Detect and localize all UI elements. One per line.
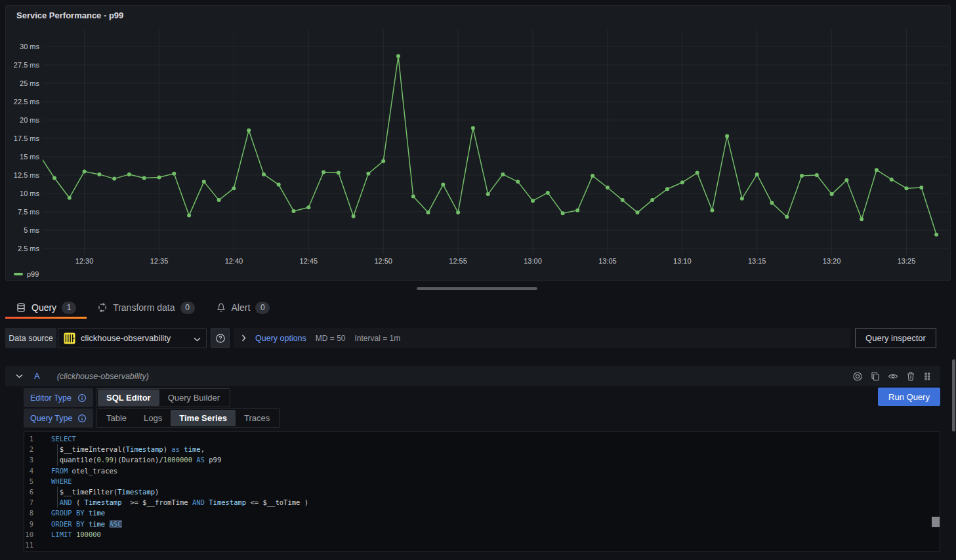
query-inspector-button[interactable]: Query inspector [855, 328, 936, 348]
data-source-picker[interactable]: clickhouse-observability [58, 328, 207, 348]
legend-series-swatch [14, 273, 23, 275]
x-axis-tick: 13:00 [524, 257, 542, 265]
query-type-label-box: Query Type [24, 409, 93, 428]
duplicate-query-icon[interactable] [870, 371, 881, 382]
tab-query-label: Query [31, 302, 56, 313]
tab-transform-data[interactable]: Transform data 0 [87, 296, 205, 319]
line-number: 11 [24, 540, 33, 550]
x-axis-tick: 13:05 [598, 257, 617, 265]
horizontal-scrollbar[interactable] [417, 287, 537, 290]
editor-type-option-sql-editor[interactable]: SQL Editor [98, 390, 159, 406]
drag-handle-icon[interactable] [923, 371, 931, 382]
vertical-scrollbar[interactable] [952, 359, 955, 431]
line-number: 9 [24, 519, 33, 529]
x-axis-tick: 13:15 [748, 257, 766, 265]
query-type-label: Query Type [30, 414, 72, 423]
data-source-label: Data source [5, 328, 56, 348]
record-icon[interactable] [852, 371, 863, 382]
indent-guide [57, 497, 58, 508]
interval-value: Interval = 1m [355, 334, 401, 343]
chevron-down-icon [194, 332, 201, 344]
p99-line-chart: 30 ms27.5 ms25 ms22.5 ms20 ms17.5 ms15 m… [6, 6, 950, 280]
y-axis-tick: 7.5 ms [18, 208, 40, 216]
line-number: 3 [24, 454, 33, 465]
sql-code[interactable]: SELECT $__timeInterval(Timestamp) as tim… [51, 433, 926, 550]
bell-icon [216, 302, 226, 313]
tab-query[interactable]: Query 1 [5, 296, 87, 319]
tab-alert[interactable]: Alert 0 [205, 296, 281, 319]
y-axis-tick: 17.5 ms [14, 134, 40, 142]
collapse-chevron-icon[interactable] [16, 374, 23, 378]
run-query-button[interactable]: Run Query [878, 388, 940, 406]
code-line[interactable] [51, 540, 926, 550]
x-axis-tick: 12:35 [150, 257, 169, 265]
line-number: 2 [24, 444, 33, 454]
indent-guide [57, 444, 58, 454]
code-line[interactable]: $__timeInterval(Timestamp) as time, [51, 444, 926, 454]
info-icon[interactable] [77, 393, 87, 403]
y-axis-tick: 15 ms [20, 153, 39, 161]
x-axis-tick: 13:25 [898, 257, 916, 265]
code-line[interactable]: AND ( Timestamp >= $__fromTime AND Times… [51, 497, 926, 508]
chart-legend: p99 [14, 270, 39, 278]
query-options-bar: Query options MD = 50 Interval = 1m [234, 328, 850, 348]
tab-transform-count: 0 [180, 302, 195, 314]
query-type-option-logs[interactable]: Logs [135, 410, 171, 426]
hide-response-eye-icon[interactable] [888, 371, 898, 382]
editor-type-label-box: Editor Type [24, 388, 93, 407]
clickhouse-logo-icon [64, 332, 75, 344]
code-line[interactable]: WHERE [51, 476, 926, 487]
y-axis-tick: 25 ms [20, 79, 39, 87]
x-axis-tick: 12:30 [75, 257, 94, 265]
x-axis-tick: 12:45 [300, 257, 318, 265]
query-type-option-traces[interactable]: Traces [236, 410, 278, 426]
line-number: 8 [24, 508, 33, 518]
code-line[interactable]: FROM otel_traces [51, 466, 926, 476]
code-line[interactable]: SELECT [51, 433, 926, 444]
transform-icon [97, 302, 108, 313]
query-type-radio-group: Table Logs Time Series Traces [96, 409, 280, 428]
query-row-header[interactable]: A (clickhouse-observability) [5, 366, 940, 386]
indent-guide [57, 454, 58, 465]
line-number-gutter: 1234567891011 [24, 433, 33, 550]
code-line[interactable]: GROUP BY time [51, 508, 926, 518]
editor-type-radio-group: SQL Editor Query Builder [96, 388, 230, 407]
panel-title[interactable]: Service Performance - p99 [16, 10, 123, 20]
editor-type-option-query-builder[interactable]: Query Builder [159, 390, 228, 406]
line-number: 7 [24, 497, 33, 508]
tab-alert-label: Alert [232, 302, 251, 313]
y-axis-tick: 22.5 ms [14, 98, 40, 106]
line-number: 6 [24, 487, 33, 497]
editor-scrollbar-thumb[interactable] [932, 517, 940, 527]
query-datasource-hint: (clickhouse-observability) [57, 372, 149, 381]
query-type-option-time-series[interactable]: Time Series [171, 410, 236, 426]
data-source-value: clickhouse-observability [81, 333, 188, 343]
code-line[interactable]: ORDER BY time ASC [51, 519, 926, 529]
tab-transform-label: Transform data [113, 302, 175, 313]
x-axis-tick: 12:55 [449, 257, 467, 265]
code-line[interactable]: LIMIT 100000 [51, 529, 926, 540]
legend-series-label[interactable]: p99 [27, 270, 39, 278]
query-ref-id: A [34, 371, 40, 381]
editor-tab-bar: Query 1 Transform data 0 Alert 0 [5, 296, 280, 319]
data-source-help-button[interactable] [211, 328, 230, 348]
code-line[interactable]: $__timeFilter(Timestamp) [51, 487, 926, 497]
info-icon[interactable] [77, 414, 87, 423]
tab-query-count: 1 [62, 302, 76, 314]
sql-code-editor[interactable]: 1234567891011 SELECT $__timeInterval(Tim… [24, 431, 940, 552]
x-axis-tick: 13:20 [823, 257, 841, 265]
y-axis-tick: 30 ms [20, 43, 39, 50]
delete-query-trash-icon[interactable] [905, 371, 916, 382]
line-number: 5 [24, 476, 33, 487]
line-number: 1 [24, 433, 33, 444]
chevron-right-icon[interactable] [241, 334, 246, 342]
y-axis-tick: 10 ms [20, 190, 39, 197]
p99-series [37, 54, 938, 237]
query-type-option-table[interactable]: Table [98, 410, 135, 426]
query-options-toggle[interactable]: Query options [255, 334, 306, 343]
y-axis-tick: 27.5 ms [14, 61, 40, 69]
indent-guide [57, 487, 58, 497]
tab-alert-count: 0 [255, 302, 270, 314]
database-icon [16, 302, 26, 313]
code-line[interactable]: quantile(0.99)(Duration)/1000000 AS p99 [51, 454, 926, 465]
